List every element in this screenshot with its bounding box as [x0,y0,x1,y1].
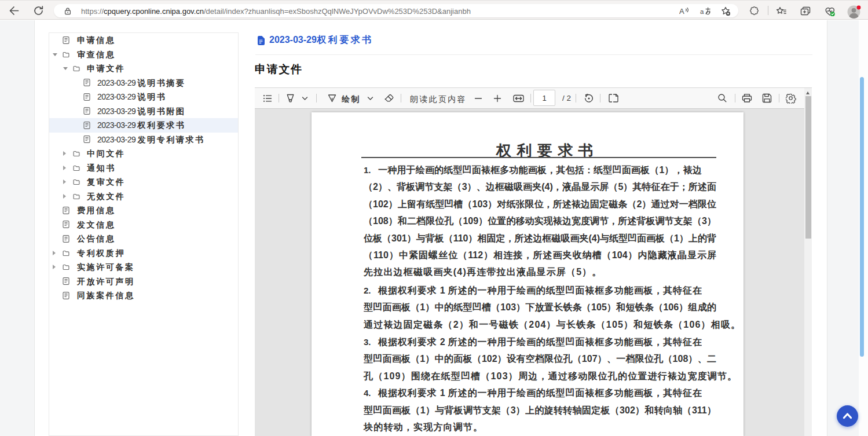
svg-text:a: a [700,8,704,15]
svg-text:A: A [679,7,684,16]
